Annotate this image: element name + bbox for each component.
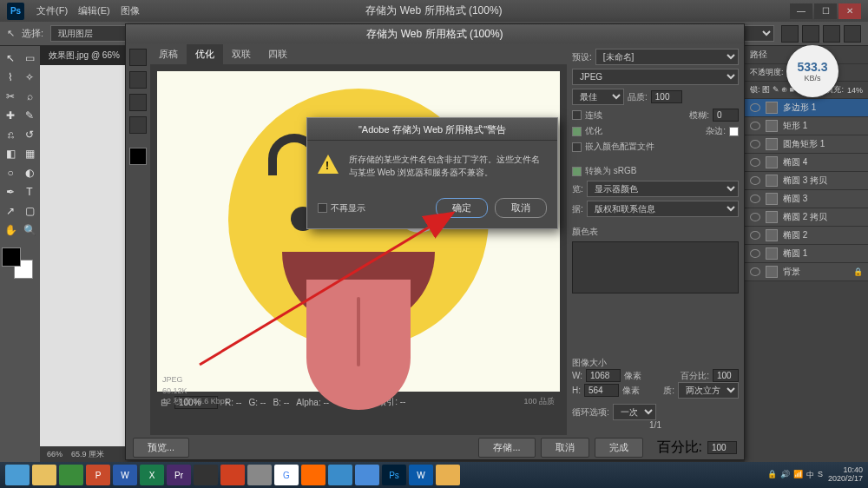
visibility-icon[interactable] — [750, 176, 760, 185]
layer-item[interactable]: 椭圆 2 — [745, 227, 868, 245]
fill-value[interactable]: 14% — [847, 86, 863, 95]
layer-item[interactable]: 背景🔒 — [745, 263, 868, 281]
visibility-icon[interactable] — [750, 267, 760, 276]
taskbar-app-icon[interactable]: Ps — [382, 465, 406, 485]
blur-field[interactable] — [713, 109, 739, 122]
sfw-slice-tool[interactable] — [129, 71, 147, 89]
move-tool[interactable]: ↖ — [2, 49, 19, 67]
lock-icons[interactable]: 锁: 图 ✎ ⊕ ■ — [750, 84, 794, 96]
tray-icon[interactable]: 🔒 — [767, 470, 777, 481]
workspace-icon-1[interactable] — [781, 25, 799, 43]
close-button[interactable]: ✕ — [838, 3, 861, 19]
convert-srgb-checkbox[interactable] — [572, 167, 582, 176]
dialog-cancel-button[interactable]: 取消 — [495, 198, 547, 218]
percent-btn-field[interactable] — [707, 441, 737, 454]
width-field[interactable] — [586, 369, 621, 382]
color-swatches[interactable] — [2, 247, 33, 279]
taskbar-app-icon[interactable] — [220, 465, 245, 485]
preview-button[interactable]: 预览... — [133, 438, 189, 458]
blur-tool[interactable]: ○ — [2, 164, 19, 181]
dodge-tool[interactable]: ◐ — [21, 164, 38, 181]
visibility-icon[interactable] — [750, 158, 760, 167]
metadata-select[interactable]: 版权和联系信息 — [587, 201, 739, 217]
paths-tab[interactable]: 路径 — [750, 49, 767, 61]
taskbar-app-icon[interactable]: P — [86, 465, 110, 485]
lasso-tool[interactable]: ⌇ — [2, 69, 19, 86]
eraser-tool[interactable]: ◧ — [2, 145, 19, 162]
stamp-tool[interactable]: ⎌ — [2, 126, 19, 143]
maximize-button[interactable]: ☐ — [814, 3, 837, 19]
taskbar-clock[interactable]: 10:40 2020/2/17 — [828, 466, 863, 484]
menu-image[interactable]: 图像 — [115, 4, 145, 17]
pen-tool[interactable]: ✒ — [2, 183, 19, 201]
taskbar-app-icon[interactable] — [328, 465, 352, 485]
cancel-button[interactable]: 取消 — [541, 438, 589, 458]
taskbar-app-icon[interactable]: W — [409, 465, 433, 485]
color-table[interactable] — [572, 241, 739, 293]
sfw-color-swatch[interactable] — [129, 148, 147, 165]
visibility-icon[interactable] — [750, 195, 760, 203]
visibility-icon[interactable] — [750, 249, 760, 258]
document-tab[interactable]: 效果图.jpg @ 66% — [40, 46, 128, 65]
matte-swatch[interactable] — [729, 127, 739, 136]
visibility-icon[interactable] — [750, 231, 760, 240]
taskbar-app-icon[interactable] — [194, 465, 218, 485]
wand-tool[interactable]: ✧ — [21, 69, 38, 86]
sfw-eyedropper-tool[interactable] — [129, 116, 147, 134]
layer-item[interactable]: 椭圆 2 拷贝 — [745, 208, 868, 227]
save-button[interactable]: 存储... — [478, 438, 535, 458]
visibility-icon[interactable] — [750, 103, 760, 112]
shape-tool[interactable]: ▢ — [21, 202, 38, 220]
history-brush-tool[interactable]: ↺ — [21, 126, 38, 143]
done-button[interactable]: 完成 — [595, 438, 643, 458]
ok-button[interactable]: 确定 — [436, 198, 488, 218]
sfw-tab-optimized[interactable]: 优化 — [187, 44, 223, 64]
visibility-icon[interactable] — [750, 213, 760, 221]
height-field[interactable] — [584, 384, 619, 397]
anim-select[interactable]: 一次 — [613, 404, 656, 420]
marquee-tool[interactable]: ▭ — [21, 49, 38, 67]
zoom-status[interactable]: 66% — [47, 450, 62, 458]
taskbar-app-icon[interactable] — [32, 465, 56, 485]
layer-item[interactable]: 矩形 1 — [745, 117, 868, 135]
tray-icon[interactable]: 🔊 — [780, 470, 790, 481]
taskbar-app-icon[interactable] — [59, 465, 83, 485]
quality-preset-select[interactable]: 最佳 — [572, 89, 624, 105]
visibility-icon[interactable] — [750, 140, 760, 148]
percent-field[interactable] — [713, 369, 739, 382]
taskbar-app-icon[interactable] — [301, 465, 326, 485]
tray-icon[interactable]: S — [818, 470, 823, 481]
resample-select[interactable]: 两次立方 — [678, 382, 739, 399]
eyedropper-tool[interactable]: ⌕ — [21, 88, 38, 105]
layer-item[interactable]: 多边形 1 — [745, 99, 868, 117]
menu-file[interactable]: 文件(F) — [31, 4, 73, 17]
taskbar-app-icon[interactable]: G — [274, 465, 299, 485]
heal-tool[interactable]: ✚ — [2, 107, 19, 124]
layer-item[interactable]: 椭圆 3 拷贝 — [745, 172, 868, 190]
type-tool[interactable]: T — [21, 183, 38, 201]
dont-show-checkbox[interactable]: 不再显示 — [318, 202, 365, 214]
hand-tool[interactable]: ✋ — [2, 221, 19, 239]
layer-item[interactable]: 圆角矩形 1 — [745, 135, 868, 154]
tray-icon[interactable]: 📶 — [793, 470, 803, 481]
preview-select[interactable]: 显示器颜色 — [587, 181, 739, 197]
workspace-icon-3[interactable] — [823, 25, 840, 43]
taskbar-app-icon[interactable] — [436, 465, 460, 485]
quality-field[interactable] — [651, 90, 682, 103]
format-select[interactable]: JPEG — [572, 69, 739, 85]
sfw-hand-tool[interactable] — [129, 49, 147, 66]
taskbar-app-icon[interactable]: X — [140, 465, 164, 485]
gradient-tool[interactable]: ▦ — [21, 145, 38, 162]
sfw-tab-4up[interactable]: 四联 — [260, 44, 296, 64]
sfw-tab-2up[interactable]: 双联 — [223, 44, 260, 64]
menu-edit[interactable]: 编辑(E) — [73, 4, 115, 17]
taskbar-app-icon[interactable] — [355, 465, 379, 485]
layer-item[interactable]: 椭圆 1 — [745, 245, 868, 263]
taskbar-app-icon[interactable] — [247, 465, 272, 485]
crop-tool[interactable]: ✂ — [2, 88, 19, 105]
preset-select[interactable]: [未命名] — [595, 49, 739, 65]
taskbar-app-icon[interactable]: W — [113, 465, 137, 485]
visibility-icon[interactable] — [750, 122, 760, 130]
tray-icon[interactable]: 中 — [806, 470, 814, 481]
taskbar-app-icon[interactable] — [5, 465, 30, 485]
